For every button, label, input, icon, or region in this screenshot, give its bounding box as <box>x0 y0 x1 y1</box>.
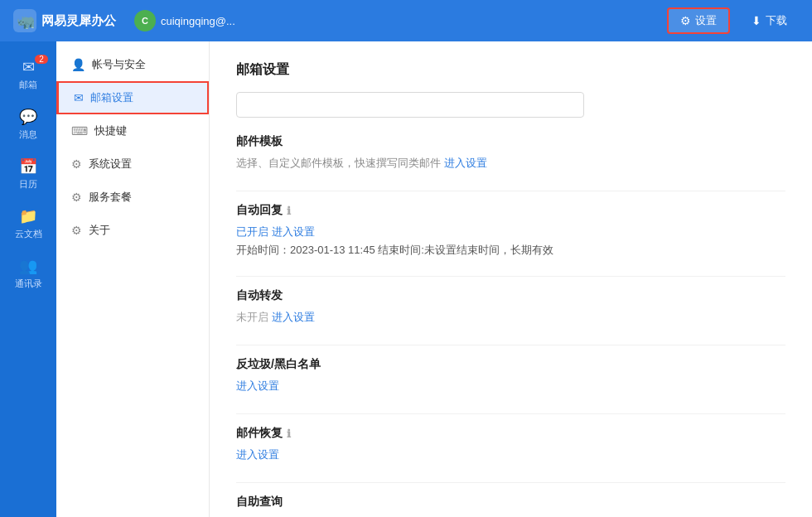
account-icon: 👤 <box>71 58 85 71</box>
section-mail-recover-title: 邮件恢复 ℹ <box>236 426 785 441</box>
search-input[interactable] <box>236 92 584 118</box>
system-icon: ⚙ <box>71 157 82 171</box>
main-layout: 2 ✉ 邮箱 💬 消息 📅 日历 📁 云文档 👥 通讯录 👤 帐号与安全 ✉ 邮… <box>0 41 812 517</box>
mailbox-icon: ✉ <box>74 91 84 104</box>
nav-cloud-label: 云文档 <box>15 228 42 240</box>
section-mail-recover-link: 进入设置 <box>236 446 785 464</box>
sidebar-item-system-label: 系统设置 <box>89 157 132 172</box>
section-spam-link: 进入设置 <box>236 377 785 395</box>
page-title: 邮箱设置 <box>236 61 785 79</box>
nav-cloud[interactable]: 📁 云文档 <box>0 199 56 249</box>
download-icon: ⬇ <box>752 14 761 27</box>
auto-reply-time-info: 开始时间：2023-01-13 11:45 结束时间:未设置结束时间，长期有效 <box>236 243 785 258</box>
sidebar-item-shortcuts-label: 快捷键 <box>94 123 127 138</box>
settings-sidebar: 👤 帐号与安全 ✉ 邮箱设置 ⌨ 快捷键 ⚙ 系统设置 ⚙ 服务套餐 ⚙ 关于 <box>56 41 210 517</box>
main-content: 邮箱设置 邮件模板 选择、自定义邮件模板，快速撰写同类邮件 进入设置 自动回复 … <box>210 41 812 517</box>
mail-icon: ✉ <box>22 58 35 76</box>
nav-contacts-label: 通讯录 <box>15 278 42 290</box>
cloud-icon: 📁 <box>19 207 37 225</box>
nav-message-label: 消息 <box>19 128 37 141</box>
auto-forward-settings-link[interactable]: 进入设置 <box>272 311 315 323</box>
sidebar-item-service[interactable]: ⚙ 服务套餐 <box>56 181 209 214</box>
auto-reply-status: 已开启 <box>236 225 268 238</box>
icon-nav: 2 ✉ 邮箱 💬 消息 📅 日历 📁 云文档 👥 通讯录 <box>0 41 56 517</box>
shortcuts-icon: ⌨ <box>71 124 88 138</box>
sidebar-item-mailbox-label: 邮箱设置 <box>90 90 133 105</box>
user-info: C cuiqingqing@... <box>134 10 235 31</box>
nav-mail-label: 邮箱 <box>19 79 37 91</box>
logo-icon: 🦏 <box>13 9 36 32</box>
mail-recover-info-icon[interactable]: ℹ <box>287 428 291 440</box>
calendar-icon: 📅 <box>19 157 37 176</box>
sidebar-item-account-label: 帐号与安全 <box>92 57 146 72</box>
section-auto-forward-status: 未开启 进入设置 <box>236 308 785 326</box>
nav-calendar-label: 日历 <box>19 178 37 191</box>
section-auto-forward-title: 自动转发 <box>236 288 785 303</box>
app-logo: 🦏 网易灵犀办公 <box>13 9 116 32</box>
sidebar-item-about[interactable]: ⚙ 关于 <box>56 214 209 247</box>
download-button[interactable]: ⬇ 下载 <box>740 9 799 32</box>
avatar: C <box>134 10 156 31</box>
auto-forward-status: 未开启 <box>236 311 268 323</box>
sidebar-item-service-label: 服务套餐 <box>89 190 132 205</box>
sidebar-item-shortcuts[interactable]: ⌨ 快捷键 <box>56 114 209 147</box>
section-self-query: 自助查询 自助查询帐号登录记录、收发邮件记录及撤信记录 进入查询 <box>236 495 785 517</box>
username: cuiqingqing@... <box>161 15 235 27</box>
sidebar-item-system[interactable]: ⚙ 系统设置 <box>56 147 209 181</box>
section-template-desc: 选择、自定义邮件模板，快速撰写同类邮件 进入设置 <box>236 154 785 172</box>
section-mail-recover: 邮件恢复 ℹ 进入设置 <box>236 426 785 464</box>
section-auto-reply-title: 自动回复 ℹ <box>236 203 785 218</box>
app-name: 网易灵犀办公 <box>41 13 116 29</box>
mail-recover-settings-link[interactable]: 进入设置 <box>236 448 279 461</box>
section-spam: 反垃圾/黑白名单 进入设置 <box>236 357 785 395</box>
contacts-icon: 👥 <box>19 257 37 275</box>
svg-text:🦏: 🦏 <box>17 12 36 31</box>
settings-icon: ⚙ <box>680 14 691 27</box>
auto-reply-settings-link[interactable]: 进入设置 <box>272 225 315 238</box>
template-settings-link[interactable]: 进入设置 <box>444 157 487 169</box>
message-icon: 💬 <box>19 108 37 126</box>
section-auto-reply: 自动回复 ℹ 已开启 进入设置 开始时间：2023-01-13 11:45 结束… <box>236 203 785 258</box>
nav-contacts[interactable]: 👥 通讯录 <box>0 249 56 298</box>
section-self-query-title: 自助查询 <box>236 495 785 510</box>
about-icon: ⚙ <box>71 224 82 237</box>
sidebar-item-account[interactable]: 👤 帐号与安全 <box>56 48 209 81</box>
sidebar-item-mailbox[interactable]: ✉ 邮箱设置 <box>56 81 209 114</box>
nav-mail[interactable]: 2 ✉ 邮箱 <box>0 50 56 99</box>
section-auto-forward: 自动转发 未开启 进入设置 <box>236 288 785 326</box>
auto-reply-info-icon[interactable]: ℹ <box>287 205 291 217</box>
section-spam-title: 反垃圾/黑白名单 <box>236 357 785 372</box>
mail-badge: 2 <box>35 55 48 64</box>
section-template-title: 邮件模板 <box>236 134 785 149</box>
settings-button[interactable]: ⚙ 设置 <box>667 7 730 34</box>
section-auto-reply-status: 已开启 进入设置 <box>236 223 785 241</box>
spam-settings-link[interactable]: 进入设置 <box>236 379 279 392</box>
nav-calendar[interactable]: 📅 日历 <box>0 149 56 199</box>
service-icon: ⚙ <box>71 191 82 204</box>
section-template: 邮件模板 选择、自定义邮件模板，快速撰写同类邮件 进入设置 <box>236 134 785 172</box>
sidebar-item-about-label: 关于 <box>89 223 110 238</box>
nav-message[interactable]: 💬 消息 <box>0 99 56 149</box>
topbar: 🦏 网易灵犀办公 C cuiqingqing@... ⚙ 设置 ⬇ 下载 <box>0 0 812 41</box>
